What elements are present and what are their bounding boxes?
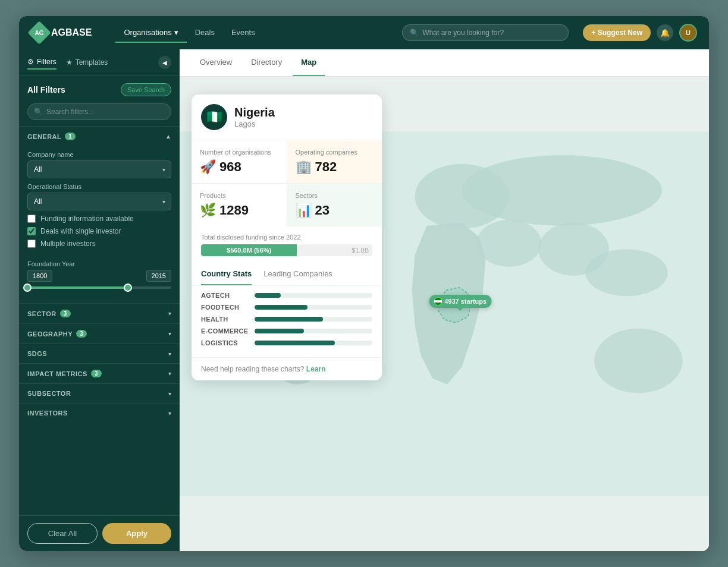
- sidebar-bottom-actions: Clear All Apply: [19, 515, 180, 551]
- general-section-title: GENERAL 1: [27, 133, 76, 140]
- impact-metrics-section-title: IMPACT METRICS 3: [27, 370, 102, 377]
- popup-tabs: Country Stats Leading Companies: [192, 263, 382, 286]
- stat-card-organisations: Number of organisations 🚀 968: [192, 140, 287, 183]
- sector-health-label: HEALTH: [201, 316, 249, 323]
- sector-health-track: [255, 317, 372, 322]
- chevron-down-icon: ▾: [168, 410, 171, 417]
- popup-tab-country-stats[interactable]: Country Stats: [201, 263, 252, 285]
- search-input[interactable]: [422, 29, 561, 37]
- logo[interactable]: AG AGBASE: [31, 24, 92, 41]
- operational-status-select[interactable]: All: [27, 193, 171, 210]
- popup-header: 🇳🇬 Nigeria Lagos: [192, 94, 382, 140]
- sector-agtech-label: AGTECH: [201, 292, 249, 299]
- foundation-year-label: Foundation Year: [27, 260, 171, 267]
- sector-ecommerce-label: E-COMMERCE: [201, 327, 249, 335]
- building-icon: 🏢: [296, 159, 312, 175]
- tab-overview[interactable]: Overview: [192, 49, 240, 76]
- save-search-button[interactable]: Save Search: [121, 83, 171, 96]
- sector-logistics-fill: [255, 341, 335, 345]
- range-thumb-left[interactable]: [23, 284, 32, 292]
- sector-foodtech-fill: [255, 305, 307, 310]
- page-tabs: Overview Directory Map: [180, 49, 709, 77]
- tab-map[interactable]: Map: [293, 49, 325, 76]
- stat-operating-value: 🏢 782: [296, 159, 374, 175]
- filter-search-input[interactable]: [46, 108, 165, 116]
- country-flag: 🇳🇬: [201, 104, 227, 130]
- funding-info-checkbox-row[interactable]: Funding information available: [27, 215, 171, 223]
- sector-logistics-track: [255, 341, 372, 345]
- svg-point-2: [462, 155, 662, 226]
- company-name-select[interactable]: All: [27, 160, 171, 178]
- filter-section-sector-header[interactable]: SECTOR 3 ▾: [19, 304, 180, 323]
- sidebar-tab-filters[interactable]: ⚙ Filters: [27, 55, 57, 70]
- geography-section-title: GEOGRAPHY 3: [27, 330, 87, 338]
- chevron-up-icon: ▲: [165, 133, 171, 140]
- funding-info-checkbox[interactable]: [27, 215, 36, 223]
- general-filter-content: Company name All Operational Status All: [19, 151, 180, 303]
- company-name-label: Company name: [27, 151, 171, 158]
- filter-section-sdgs-header[interactable]: SDGS ▾: [19, 344, 180, 363]
- foundation-year-range: Foundation Year 1800 2015: [27, 252, 171, 297]
- range-min: 1800: [27, 270, 52, 282]
- single-investor-checkbox-row[interactable]: Deals with single investor: [27, 227, 171, 235]
- impact-metrics-badge: 3: [91, 370, 102, 377]
- sector-ecommerce-fill: [255, 329, 304, 333]
- multiple-investors-checkbox[interactable]: [27, 240, 36, 248]
- clear-all-button[interactable]: Clear All: [27, 523, 98, 544]
- single-investor-checkbox[interactable]: [27, 227, 36, 235]
- notifications-icon[interactable]: 🔔: [657, 24, 673, 41]
- learn-link[interactable]: Learn: [306, 365, 326, 373]
- investors-section-title: INVESTORS: [27, 410, 68, 417]
- tab-directory[interactable]: Directory: [243, 49, 290, 76]
- sector-agtech-track: [255, 293, 372, 298]
- sidebar-tab-templates[interactable]: ★ Templates: [66, 56, 108, 69]
- filter-section-investors: INVESTORS ▾: [19, 403, 180, 423]
- range-thumb-right[interactable]: [124, 284, 132, 292]
- filter-search[interactable]: 🔍: [27, 103, 171, 120]
- funding-bar-fill: $560.0M (56%): [201, 244, 297, 256]
- stat-sectors-label: Sectors: [296, 192, 374, 199]
- chevron-down-icon: ▾: [168, 351, 171, 357]
- filter-section-general: GENERAL 1 ▲ Company name All Operational…: [19, 126, 180, 303]
- search-icon: 🔍: [34, 108, 43, 116]
- list-item: HEALTH: [201, 316, 372, 323]
- sector-foodtech-label: FOODTECH: [201, 304, 249, 311]
- popup-tab-leading-companies[interactable]: Leading Companies: [263, 263, 332, 285]
- country-name: Nigeria: [234, 106, 275, 119]
- sector-agtech-fill: [255, 293, 281, 298]
- sidebar-collapse-button[interactable]: ◀: [158, 56, 171, 69]
- stat-card-operating: Operating companies 🏢 782: [287, 140, 382, 183]
- map-marker-nigeria[interactable]: 4937 startups: [429, 295, 491, 308]
- filter-section-general-header[interactable]: GENERAL 1 ▲: [19, 127, 180, 146]
- operational-status-select-wrapper: All: [27, 193, 171, 210]
- nav-events[interactable]: Events: [223, 23, 263, 43]
- sector-foodtech-track: [255, 305, 372, 310]
- avatar[interactable]: U: [679, 24, 697, 42]
- single-investor-label: Deals with single investor: [40, 227, 121, 235]
- list-item: LOGISTICS: [201, 339, 372, 346]
- sdgs-section-title: SDGS: [27, 350, 47, 357]
- leaf-icon: 🌿: [200, 203, 216, 218]
- map-container: 4937 startups 🇳🇬 Nigeria Lagos Number of…: [180, 77, 709, 551]
- nav-deals[interactable]: Deals: [187, 23, 223, 43]
- chart-icon: 📊: [296, 203, 312, 218]
- geography-badge: 3: [76, 330, 87, 338]
- chevron-down-icon: ▾: [168, 310, 171, 317]
- filter-section-subsector-header[interactable]: SUBSECTOR ▾: [19, 384, 180, 403]
- list-item: FOODTECH: [201, 304, 372, 311]
- country-city: Lagos: [234, 119, 275, 128]
- global-search[interactable]: 🔍: [402, 24, 569, 41]
- sector-badge: 3: [60, 310, 71, 317]
- chevron-down-icon: ▾: [168, 330, 171, 337]
- multiple-investors-checkbox-row[interactable]: Multiple investors: [27, 240, 171, 248]
- apply-button[interactable]: Apply: [102, 523, 171, 544]
- suggest-new-button[interactable]: + Suggest New: [583, 24, 651, 41]
- list-item: AGTECH: [201, 292, 372, 299]
- filter-section-geography-header[interactable]: GEOGRAPHY 3 ▾: [19, 324, 180, 344]
- range-fill: [27, 286, 128, 289]
- subsector-section-title: SUBSECTOR: [27, 390, 71, 397]
- filter-section-subsector: SUBSECTOR ▾: [19, 383, 180, 403]
- filter-section-investors-header[interactable]: INVESTORS ▾: [19, 404, 180, 423]
- filter-section-impact-metrics-header[interactable]: IMPACT METRICS 3 ▾: [19, 364, 180, 383]
- nav-organisations[interactable]: Organisations ▾: [115, 23, 186, 43]
